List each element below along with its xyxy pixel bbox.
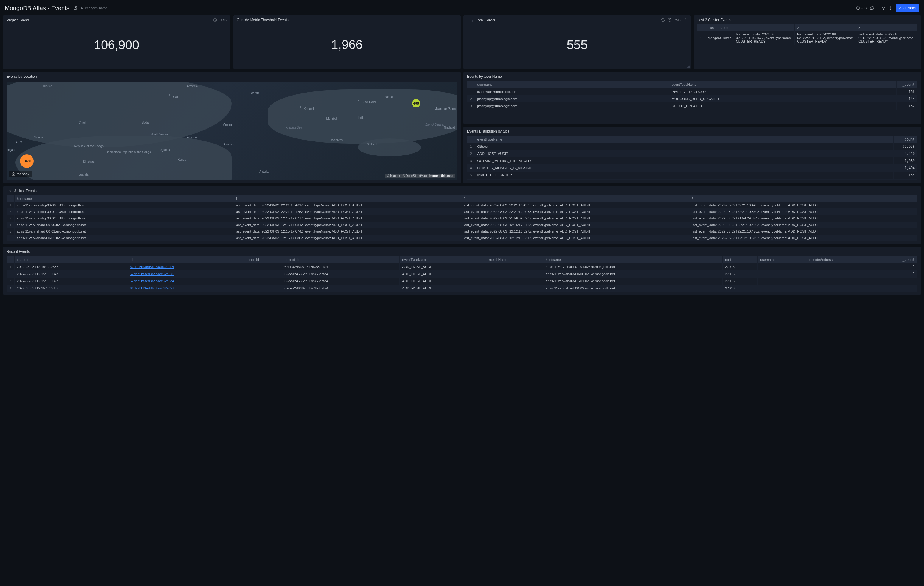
panel-events-by-location: Events by Location 107k 400 Tunisia Arme… [3,72,460,183]
col-idx[interactable] [467,81,475,88]
add-panel-button[interactable]: Add Panel [896,4,919,12]
attrib-osm[interactable]: © OpenStreetMap [403,174,427,178]
map-label: New Delhi [362,100,376,104]
mapbox-logo[interactable]: mapbox [9,171,32,178]
resize-handle-icon[interactable]: ◢ [687,64,690,69]
table-row[interactable]: 2ADD_HOST_AUDIT3,240 [467,150,917,157]
table-row[interactable]: 6atlas-11varv-shard-00-02.uv8kc.mongodb.… [7,235,917,241]
map-label: Thailand [444,126,455,129]
map-label: Arabian Sea [285,126,302,129]
map-label: Armenia [187,85,198,88]
col-header[interactable]: 3 [689,195,917,202]
col-header[interactable]: eventTypeName [400,256,487,263]
table-row[interactable]: 1Mongo6Clusterlast_event_data: 2022-08-0… [697,31,917,44]
svg-point-7 [685,20,685,20]
table-row[interactable]: 4CLUSTER_MONGOS_IS_MISSING1,494 [467,165,917,171]
col-header[interactable]: _count [894,136,917,143]
table-row[interactable]: 3 2022-08-03T12:15:17.082Z 62dea5bf3ed8b… [7,278,917,285]
col-header[interactable]: hostname [543,256,723,263]
col-header[interactable]: 2 [795,25,856,31]
table-row[interactable]: 5INVITED_TO_GROUP155 [467,171,917,179]
svg-point-9 [12,173,15,176]
table-row[interactable]: 5atlas-11varv-shard-00-01.uv8kc.mongodb.… [7,228,917,235]
col-header[interactable]: port [723,256,758,263]
map-label: Tunisia [43,85,52,88]
col-header[interactable]: 2 [461,195,689,202]
id-link[interactable]: 62dea5bf3ed8bc7aac32e072 [130,272,174,276]
col-header[interactable]: metricName [487,256,543,263]
col-header[interactable]: project_id [282,256,400,263]
col-header[interactable]: remoteAddress [807,256,875,263]
attrib-mapbox[interactable]: © Mapbox [387,174,401,178]
map-label: South Sudan [151,133,168,136]
table-row[interactable]: 1Others99,938 [467,143,917,150]
drag-handle-icon[interactable]: ⋮⋮ [467,18,474,22]
col-idx[interactable] [7,256,14,263]
clock-icon [213,18,217,23]
filter-icon[interactable] [881,6,886,10]
panel-time: -14D [219,18,227,22]
col-header[interactable]: eventTypeName [669,81,897,88]
col-header[interactable]: hostname [14,195,233,202]
col-header[interactable]: _count [875,256,917,263]
table-row[interactable]: 2 2022-08-03T12:15:17.084Z 62dea5bf3ed8b… [7,270,917,278]
svg-point-8 [685,21,685,21]
table-row[interactable]: 1atlas-11varv-config-00-00.uv8kc.mongodb… [7,202,917,208]
col-header[interactable]: username [758,256,807,263]
table-row[interactable]: 3jkashyap@sumologic.comGROUP_CREATED132 [467,102,917,110]
refresh-icon[interactable] [661,18,665,23]
col-header[interactable]: _count [897,81,917,88]
table-row[interactable]: 6CLUSTER_READY139 [467,179,917,181]
table-row[interactable]: 3atlas-11varv-config-00-02.uv8kc.mongodb… [7,215,917,222]
time-range-label: -3D [861,6,867,10]
col-idx[interactable] [467,136,475,143]
col-header[interactable]: 3 [856,25,917,31]
map-label: Kinshasa [83,160,95,163]
map-label: Uganda [160,148,170,151]
table-row[interactable]: 2jkashyap@sumologic.comMONGODB_USER_UPDA… [467,95,917,102]
col-header[interactable]: cluster_name [705,25,733,31]
map-label: AEra [15,140,22,144]
col-header[interactable]: 1 [733,25,795,31]
page-header: MongoDB Atlas - Events All changes saved… [3,3,921,15]
table-row[interactable]: 1jkashyap@sumologic.comINVITED_TO_GROUP1… [467,88,917,95]
table-row[interactable]: 2atlas-11varv-config-00-01.uv8kc.mongodb… [7,208,917,215]
col-header[interactable]: 1 [233,195,461,202]
id-link[interactable]: 62dea5bf3ed8bc7aac32e097 [130,286,174,290]
map-label: bidjan [7,148,15,151]
col-idx[interactable] [697,25,705,31]
panel-events-by-user: Events by User Name username eventTypeNa… [464,72,921,124]
svg-point-6 [685,18,685,19]
table-row[interactable]: 4 2022-08-03T12:15:17.080Z 62dea5bf3ed8b… [7,285,917,292]
time-range-selector[interactable]: -3D [856,6,867,10]
metric-value: 555 [464,24,691,69]
id-link[interactable]: 62dea5bf3ed8bc7aac32e0c4 [130,265,174,268]
attrib-improve[interactable]: Improve this map [429,174,453,178]
page-title: MongoDB Atlas - Events [5,5,69,12]
map-label: Karachi [304,107,314,110]
panel-total-events: ⋮⋮ Total Events -24h 555 ◢ [464,15,691,69]
id-link[interactable]: 62dea5bf3ed8bc7aac32e0c4 [130,279,174,283]
map-bubble-small[interactable]: 400 [412,99,420,107]
open-external-icon[interactable] [73,6,77,10]
panel-last-cluster-events: Last 3 Cluster Events cluster_name 1 2 3… [694,15,921,69]
col-idx[interactable] [7,195,14,202]
col-header[interactable]: org_id [247,256,282,263]
clock-icon [668,18,672,23]
col-header[interactable]: created [14,256,127,263]
map-canvas[interactable]: 107k 400 Tunisia Armenia Cairo Tehran Ne… [7,82,457,180]
panel-menu-icon[interactable] [683,18,687,23]
col-header[interactable]: username [475,81,669,88]
map-label: Luanda [79,173,89,176]
table-row[interactable]: 3OUTSIDE_METRIC_THRESHOLD1,689 [467,157,917,165]
map-label: India [358,116,364,119]
metric-value: 1,966 [233,23,460,69]
table-row[interactable]: 1 2022-08-03T12:15:17.085Z 62dea5bf3ed8b… [7,263,917,270]
col-header[interactable]: eventTypeName [475,136,894,143]
col-header[interactable]: id [127,256,247,263]
map-label: Nepal [385,95,393,99]
table-row[interactable]: 4atlas-11varv-shard-00-00.uv8kc.mongodb.… [7,222,917,228]
more-icon[interactable] [889,6,893,10]
cluster-events-table: cluster_name 1 2 3 1Mongo6Clusterlast_ev… [697,25,917,44]
refresh-icon[interactable] [870,6,878,10]
